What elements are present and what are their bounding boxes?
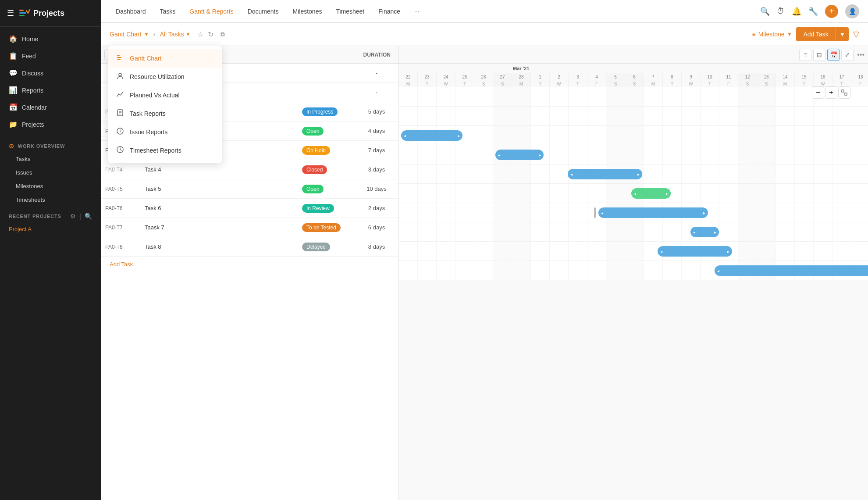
day-number: 12 xyxy=(738,73,757,81)
bell-icon[interactable]: 🔔 xyxy=(792,7,801,16)
nav-item-finance[interactable]: Finance xyxy=(372,5,406,18)
gantt-bar[interactable]: ◂▸ xyxy=(598,207,708,218)
avatar[interactable]: 👤 xyxy=(845,4,859,18)
sidebar-header: ☰ Projects xyxy=(0,0,101,27)
add-task-button[interactable]: Add Task xyxy=(796,27,835,41)
dropdown-task-reports[interactable]: Task Reports xyxy=(108,104,222,123)
add-task-link[interactable]: Add Task xyxy=(101,257,398,272)
gantt-ctrl-grid[interactable]: ⊟ xyxy=(813,49,825,61)
gantt-fit-button[interactable] xyxy=(838,86,850,99)
task-name[interactable]: Task 4 xyxy=(140,166,298,173)
filter-button[interactable]: ▽ xyxy=(853,29,859,39)
gantt-bar[interactable]: ◂▸ xyxy=(690,227,719,237)
gantt-chart-button[interactable]: Gantt Chart ▼ xyxy=(110,31,149,38)
toolbar-right: ≡ Milestone ▼ Add Task ▼ ▽ xyxy=(752,27,859,41)
search-icon[interactable]: 🔍 xyxy=(760,7,770,16)
recent-search-icon[interactable]: 🔍 xyxy=(85,213,92,220)
svg-rect-15 xyxy=(845,93,847,95)
nav-item-documents[interactable]: Documents xyxy=(242,5,285,18)
hamburger-icon[interactable]: ☰ xyxy=(7,8,14,18)
day-number: 16 xyxy=(814,73,832,81)
top-nav: Dashboard Tasks Gantt & Reports Document… xyxy=(101,0,868,23)
refresh-icon[interactable]: ↻ xyxy=(208,30,213,39)
task-name[interactable]: Taask 7 xyxy=(140,224,298,231)
nav-item-gantt-reports[interactable]: Gantt & Reports xyxy=(183,5,239,18)
gantt-bar[interactable]: ◂▸ xyxy=(495,150,544,160)
day-number: 22 xyxy=(399,73,418,81)
star-icon[interactable]: ☆ xyxy=(197,30,203,39)
task-duration: 4 days xyxy=(355,128,398,134)
day-number: 15 xyxy=(795,73,814,81)
zoom-in-button[interactable]: + xyxy=(825,86,837,99)
gantt-scroll[interactable]: Mar '21 22232425262728123456789101112131… xyxy=(399,64,868,280)
sidebar-item-reports[interactable]: 📊 Reports xyxy=(0,82,101,99)
gantt-ctrl-list[interactable]: ≡ xyxy=(799,49,811,61)
day-number: 6 xyxy=(625,73,644,81)
dropdown-issue-reports[interactable]: Issue Reports xyxy=(108,123,222,141)
day-letter: S xyxy=(474,81,493,87)
day-letter: T xyxy=(795,81,814,87)
wrench-icon[interactable]: 🔧 xyxy=(808,7,818,16)
sidebar-item-home[interactable]: 🏠 Home xyxy=(0,30,101,47)
gantt-ctrl-expand[interactable]: ⤢ xyxy=(841,49,854,61)
gantt-row: ◂▸ xyxy=(399,242,868,261)
nav-item-tasks[interactable]: Tasks xyxy=(154,5,182,18)
copy-icon[interactable]: ⧉ xyxy=(221,31,225,38)
plus-button[interactable]: + xyxy=(825,5,838,18)
sidebar-item-project-a[interactable]: Project A xyxy=(0,222,101,236)
sidebar-item-milestones[interactable]: Milestones xyxy=(0,179,101,193)
gantt-bar[interactable]: ◂▸ xyxy=(715,265,868,276)
day-letter: W xyxy=(682,81,701,87)
dropdown-timesheet-reports[interactable]: Timesheet Reports xyxy=(108,141,222,160)
month-label: Mar '21 xyxy=(513,66,529,71)
task-duration: - xyxy=(355,89,398,96)
nav-item-more[interactable]: ··· xyxy=(408,5,426,18)
task-row: PA0-T8 Task 8 Delayed 8 days xyxy=(101,237,398,257)
add-task-dropdown-button[interactable]: ▼ xyxy=(836,27,849,41)
gantt-bar[interactable]: ◂▸ xyxy=(568,169,642,179)
nav-item-milestones[interactable]: Milestones xyxy=(287,5,328,18)
home-icon: 🏠 xyxy=(9,35,18,43)
nav-item-dashboard[interactable]: Dashboard xyxy=(110,5,152,18)
dropdown-item-label: Timesheet Reports xyxy=(130,147,181,154)
day-letter: W xyxy=(550,81,569,87)
task-duration: 7 days xyxy=(355,147,398,154)
dropdown-item-label: Gantt Chart xyxy=(130,55,161,62)
sidebar-item-issues[interactable]: Issues xyxy=(0,166,101,179)
nav-item-timesheet[interactable]: Timesheet xyxy=(330,5,370,18)
status-badge: Closed xyxy=(302,165,327,174)
task-name[interactable]: Task 6 xyxy=(140,205,298,211)
zoom-out-button[interactable]: − xyxy=(812,86,824,99)
dropdown-planned-vs-actual[interactable]: Planned Vs Actual xyxy=(108,86,222,104)
gantt-more-icon[interactable]: ••• xyxy=(857,51,864,59)
gantt-bar[interactable]: ◂▸ xyxy=(631,188,671,199)
task-name[interactable]: Task 8 xyxy=(140,243,298,250)
all-tasks-dropdown-icon: ▼ xyxy=(186,32,191,37)
sidebar-item-timesheets[interactable]: Timesheets xyxy=(0,193,101,207)
gantt-bar[interactable]: ◂▸ xyxy=(401,130,462,141)
day-number: 3 xyxy=(569,73,587,81)
gantt-ctrl-calendar[interactable]: 📅 xyxy=(827,49,840,61)
recent-settings-icon[interactable]: ⚙ xyxy=(70,213,76,220)
dropdown-gantt-chart[interactable]: Gantt Chart xyxy=(108,49,222,68)
gantt-bar[interactable]: ◂▸ xyxy=(658,246,732,257)
day-letter: M xyxy=(776,81,795,87)
day-numbers-header: 2223242526272812345678910111213141516171… xyxy=(399,73,868,81)
resize-handle[interactable] xyxy=(594,207,596,218)
sidebar-item-calendar[interactable]: 📅 Calendar xyxy=(0,99,101,116)
task-name[interactable]: Task 5 xyxy=(140,186,298,192)
milestone-button[interactable]: ≡ Milestone ▼ xyxy=(752,31,792,38)
sidebar-item-tasks[interactable]: Tasks xyxy=(0,152,101,166)
gantt-row: ◂▸ xyxy=(399,145,868,164)
all-tasks-button[interactable]: All Tasks ▼ xyxy=(160,31,191,38)
sidebar-item-feed[interactable]: 📋 Feed xyxy=(0,47,101,64)
sidebar-item-discuss[interactable]: 💬 Discuss xyxy=(0,64,101,82)
gantt-row: ◂▸ xyxy=(399,261,868,280)
sidebar-item-projects[interactable]: 📁 Projects xyxy=(0,116,101,133)
day-letter: F xyxy=(587,81,606,87)
day-letter: W xyxy=(437,81,455,87)
day-letter: M xyxy=(399,81,418,87)
dropdown-resource-utilization[interactable]: Resource Utilization xyxy=(108,68,222,86)
day-letter: S xyxy=(493,81,512,87)
clock-icon[interactable]: ⏱ xyxy=(777,7,785,16)
